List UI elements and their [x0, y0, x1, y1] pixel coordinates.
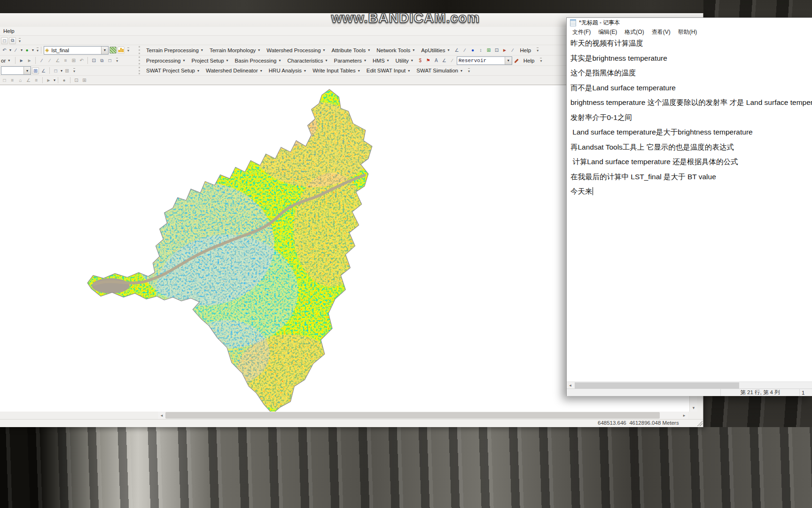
menu-swat-simulation[interactable]: SWAT Simulation▾ — [414, 67, 465, 74]
toolbar-overflow-icon[interactable]: ▾ — [540, 58, 542, 63]
box-tool-icon[interactable]: □ — [1, 77, 8, 84]
assign-tool-icon[interactable]: ∠ — [453, 47, 460, 54]
toolbar-overflow-icon[interactable]: ▾ — [37, 48, 39, 53]
menu-write-input-tables[interactable]: Write Input Tables▾ — [310, 67, 363, 74]
lst-raster-map[interactable] — [85, 87, 379, 415]
combo-dropdown-icon[interactable]: ▾ — [505, 57, 512, 64]
menu-watershed-processing[interactable]: Watershed Processing▾ — [264, 47, 328, 54]
intersect-tool-icon[interactable]: ⊞ — [70, 57, 77, 64]
histogram-icon[interactable] — [117, 47, 125, 54]
dropdown-icon[interactable]: ▾ — [54, 78, 55, 82]
slope-tool-icon[interactable]: ∕ — [509, 47, 516, 54]
split-tool-icon[interactable]: □ — [106, 57, 113, 64]
menu-aputilities[interactable]: ApUtilities▾ — [418, 47, 452, 54]
dropdown-icon[interactable]: ▾ — [61, 69, 62, 73]
menu-preprocessing[interactable]: Preprocessing▾ — [143, 57, 188, 64]
mesh-tool-icon[interactable]: ⊞ — [81, 77, 88, 84]
point-tool-icon[interactable]: ● — [469, 47, 476, 54]
menu-project-setup[interactable]: Project Setup▾ — [189, 57, 231, 64]
menu-network-tools[interactable]: Network Tools▾ — [374, 47, 417, 54]
scrollbar-thumb[interactable] — [165, 412, 660, 419]
undo-tool-icon[interactable]: ↶ — [1, 47, 8, 54]
menu-hru-analysis[interactable]: HRU Analysis▾ — [266, 67, 309, 74]
wave-tool-icon[interactable]: ≡ — [9, 77, 16, 84]
flow-tool-icon[interactable]: ► — [501, 47, 508, 54]
toolbar-overflow-icon[interactable]: ▾ — [73, 68, 75, 73]
edit-tool-icon[interactable]: ► — [18, 57, 25, 64]
envelope-icon[interactable]: □ — [52, 67, 59, 74]
sketch-properties-icon[interactable]: ⧉ — [98, 57, 105, 64]
grid-tool-icon[interactable]: ⊞ — [485, 47, 492, 54]
menu-hms[interactable]: HMS▾ — [370, 57, 392, 64]
pen-tool-icon[interactable]: ∕ — [461, 47, 468, 54]
menu-watershed-delineator[interactable]: Watershed Delineator▾ — [203, 67, 265, 74]
toolbar-overflow-icon[interactable]: ▾ — [127, 48, 129, 53]
erase-tool-icon[interactable]: ∕ — [449, 57, 456, 64]
hillshade-icon[interactable] — [109, 47, 117, 54]
layer-combobox[interactable]: ◈ lst_final ▾ — [44, 46, 109, 55]
combo-dropdown-icon[interactable]: ▾ — [101, 47, 108, 54]
menu-utility[interactable]: Utility▾ — [393, 57, 416, 64]
pen-tool-icon[interactable]: ∕ — [12, 47, 19, 54]
menu-archydro-help[interactable]: Help — [517, 47, 534, 54]
notepad-text-area[interactable]: 昨天的视频有计算温度 其实是brightness temperature 这个是… — [567, 37, 812, 381]
scroll-down-icon[interactable]: ▾ — [690, 404, 697, 412]
menu-help[interactable]: 帮助(H) — [674, 27, 701, 37]
resize-grip[interactable] — [697, 421, 703, 426]
pencil-icon[interactable] — [513, 57, 520, 64]
menu-terrain-preprocessing[interactable]: Terrain Preprocessing▾ — [143, 47, 206, 54]
profile-tool-icon[interactable]: ∠ — [441, 57, 448, 64]
flag-tool-icon[interactable]: ⚑ — [425, 57, 432, 64]
menu-geohms-help[interactable]: Help — [521, 57, 538, 64]
table-icon[interactable]: ⊞ — [32, 67, 39, 74]
notepad-titlebar[interactable]: *无标题 - 记事本 — [567, 18, 812, 28]
menu-swat-project-setup[interactable]: SWAT Project Setup▾ — [143, 67, 202, 74]
menu-terrain-morphology[interactable]: Terrain Morphology▾ — [207, 47, 263, 54]
attributes-icon[interactable]: ⊡ — [90, 57, 97, 64]
label-tool-icon[interactable]: A — [433, 57, 440, 64]
measure-icon[interactable]: ∠ — [40, 67, 47, 74]
target-tool-icon[interactable]: ⊡ — [73, 77, 80, 84]
scrollbar-thumb[interactable] — [575, 382, 739, 389]
toolbar-overflow-icon[interactable]: ▾ — [116, 58, 118, 63]
menu-parameters[interactable]: Parameters▾ — [331, 57, 369, 64]
scroll-left-icon[interactable]: ◂ — [158, 412, 165, 419]
sketch-trace-icon[interactable]: ∕ — [46, 57, 53, 64]
point-tool-icon[interactable]: ● — [23, 47, 31, 54]
menu-characteristics[interactable]: Characteristics▾ — [284, 57, 330, 64]
sketch-tool-icon[interactable]: ∕ — [38, 57, 45, 64]
combo-dropdown-icon[interactable]: ▾ — [23, 67, 31, 74]
midpoint-tool-icon[interactable]: ≡ — [62, 57, 69, 64]
dropdown-icon[interactable]: ▾ — [21, 48, 23, 52]
angle-tool-icon[interactable]: ∠ — [25, 77, 32, 84]
menu-edit[interactable]: 编辑(E) — [594, 27, 621, 37]
menu-attribute-tools[interactable]: Attribute Tools▾ — [329, 47, 373, 54]
scroll-left-icon[interactable]: ◂ — [567, 382, 574, 389]
map-horizontal-scrollbar[interactable]: ◂ ▸ — [158, 412, 688, 419]
new-window-icon[interactable]: □ — [1, 37, 8, 44]
scroll-right-icon[interactable]: ▸ — [680, 412, 688, 419]
table-tool-icon[interactable]: ⊡ — [493, 47, 500, 54]
select-tool-icon[interactable]: ► — [45, 77, 52, 84]
reservoir-combobox[interactable]: Reservoir ▾ — [457, 56, 512, 65]
menu-help[interactable]: Help — [0, 27, 18, 35]
menu-format[interactable]: 格式(O) — [621, 27, 648, 37]
editor-menu-clipped[interactable]: or▾ — [0, 57, 13, 64]
menu-view[interactable]: 查看(V) — [648, 27, 674, 37]
list-tool-icon[interactable]: ≡ — [33, 77, 40, 84]
menu-edit-swat-input[interactable]: Edit SWAT Input▾ — [364, 67, 413, 74]
menu-file[interactable]: 文件(F) — [569, 27, 594, 37]
crosshair-tool-icon[interactable]: ↕ — [477, 47, 484, 54]
toolbar-overflow-icon[interactable]: ▾ — [468, 68, 470, 73]
menu-basin-processing[interactable]: Basin Processing▾ — [232, 57, 284, 64]
schematic-icon[interactable]: ⧉ — [9, 37, 16, 44]
edit-annotation-icon[interactable]: ► — [26, 57, 33, 64]
dropdown-icon[interactable]: ▾ — [32, 48, 34, 52]
notepad-horizontal-scrollbar[interactable]: ◂ — [567, 381, 812, 389]
polygon-tool-icon[interactable]: ∠ — [54, 57, 61, 64]
dollar-point-icon[interactable]: $ — [417, 57, 424, 64]
home-tool-icon[interactable]: ⌂ — [17, 77, 24, 84]
pattern-icon[interactable]: ⊞ — [63, 67, 70, 74]
toolbar-overflow-icon[interactable]: ▾ — [19, 38, 21, 43]
toolbar-overflow-icon[interactable]: ▾ — [537, 48, 539, 53]
